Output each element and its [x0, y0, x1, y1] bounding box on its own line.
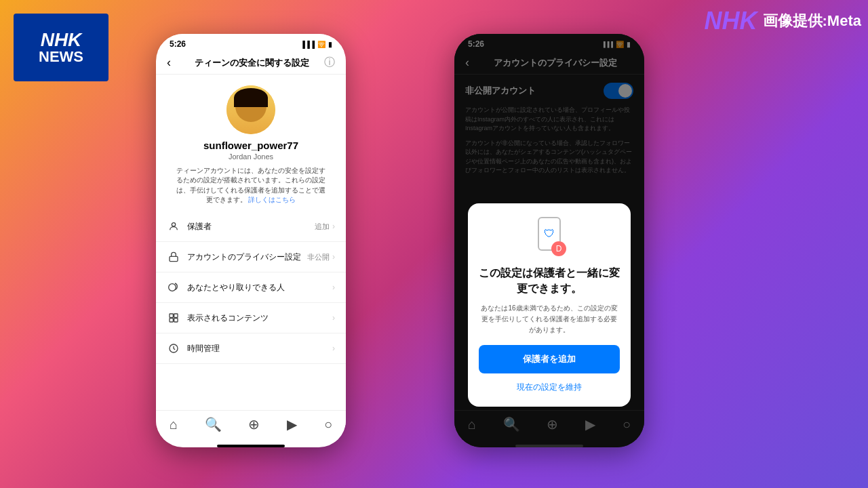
modal-card: 🛡 D この設定は保護者と一緒に変更できます。 あなたは16歳未満であるため、こ… [468, 203, 631, 407]
svg-rect-5 [170, 319, 173, 322]
menu-item-content[interactable]: 表示されるコンテンツ › [156, 303, 346, 333]
wifi-icon: 🛜 [317, 41, 326, 48]
menu-label-content: 表示されるコンテンツ [187, 312, 332, 324]
svg-rect-3 [170, 314, 173, 317]
bottom-nav-left: ⌂ 🔍 ⊕ ▶ ○ [156, 410, 346, 442]
arrow-icon-privacy: › [332, 252, 335, 262]
add-icon[interactable]: ⊕ [248, 416, 260, 432]
nav-bar-left: ‹ ティーンの安全に関する設定 ⓘ [156, 52, 346, 75]
modal-title: この設定は保護者と一緒に変更できます。 [479, 266, 620, 296]
modal-icon: 🛡 D [529, 217, 570, 258]
menu-label-time: 時間管理 [187, 343, 332, 354]
nhk-top-right: NHK 画像提供:Meta [705, 7, 861, 35]
profile-icon[interactable]: ○ [324, 417, 332, 432]
nhk-tr-logo: NHK [705, 7, 757, 35]
svg-point-2 [169, 284, 176, 291]
modal-desc: あなたは16歳未満であるため、この設定の変更を手伝りしてくれる保護者を追加する必… [479, 303, 620, 336]
menu-item-privacy[interactable]: アカウントのプライバシー設定 非公開 › [156, 242, 346, 272]
battery-icon: ▮ [328, 41, 332, 48]
realname: Jordan Jones [229, 152, 273, 161]
signal-icon: ▐▐▐ [300, 41, 315, 48]
time-icon [167, 342, 180, 355]
add-guardian-button[interactable]: 保護者を追加 [479, 345, 620, 373]
profile-section: sunflower_power77 Jordan Jones ティーンアカウント… [156, 75, 346, 211]
menu-label-guardian: 保護者 [187, 221, 315, 232]
status-icons-left: ▐▐▐ 🛜 ▮ [300, 41, 332, 48]
menu-badge-privacy: 非公開 [307, 252, 330, 262]
username: sunflower_power77 [203, 140, 298, 151]
nhk-logo-text: NHK [41, 30, 82, 49]
nhk-news-text: NEWS [39, 49, 83, 64]
info-icon-left[interactable]: ⓘ [324, 56, 335, 70]
back-button-left[interactable]: ‹ [167, 56, 171, 70]
arrow-icon-content: › [332, 313, 335, 323]
menu-label-interactions: あなたとやり取りできる人 [187, 282, 332, 293]
status-time-left: 5:26 [170, 39, 186, 49]
svg-rect-4 [174, 314, 178, 317]
guardian-icon [167, 220, 180, 233]
content-icon [167, 311, 180, 325]
svg-rect-6 [174, 319, 178, 322]
reels-icon[interactable]: ▶ [287, 416, 297, 432]
right-phone: 5:26 ▐▐▐ 🛜 ▮ ‹ アカウントのプライバシー設定 非公開アカウント ア… [454, 34, 644, 447]
svg-point-0 [172, 223, 175, 226]
profile-link[interactable]: 詳しくはこちら [248, 196, 296, 203]
home-icon[interactable]: ⌂ [170, 417, 178, 432]
menu-item-time[interactable]: 時間管理 › [156, 333, 346, 364]
menu-badge-guardian: 追加 [315, 222, 330, 232]
interactions-icon [167, 281, 180, 294]
menu-item-interactions[interactable]: あなたとやり取りできる人 › [156, 272, 346, 303]
home-indicator-left [217, 445, 285, 447]
modal-overlay: 🛡 D この設定は保護者と一緒に変更できます。 あなたは16歳未満であるため、こ… [454, 34, 644, 447]
search-icon[interactable]: 🔍 [205, 416, 222, 432]
left-phone: 5:26 ▐▐▐ 🛜 ▮ ‹ ティーンの安全に関する設定 ⓘ [156, 34, 346, 447]
profile-description: ティーンアカウントには、あなたの安全を設定するための設定が搭載されています。これ… [170, 166, 332, 205]
menu-label-privacy: アカウントのプライバシー設定 [187, 251, 307, 263]
nav-title-left: ティーンの安全に関する設定 [179, 57, 324, 69]
arrow-icon-interactions: › [332, 283, 335, 292]
nhk-logo: NHK NEWS [14, 14, 108, 81]
status-bar-left: 5:26 ▐▐▐ 🛜 ▮ [156, 34, 346, 52]
menu-list: 保護者 追加 › アカウントのプライバシー設定 非公開 › あなたとやり取りでき… [156, 211, 346, 410]
avatar [226, 85, 275, 134]
arrow-icon-guardian: › [332, 222, 335, 231]
privacy-icon [167, 250, 180, 264]
svg-rect-1 [170, 256, 178, 261]
arrow-icon-time: › [332, 344, 335, 353]
menu-item-guardian[interactable]: 保護者 追加 › [156, 211, 346, 242]
nhk-tr-meta: 画像提供:Meta [763, 11, 861, 31]
keep-settings-button[interactable]: 現在の設定を維持 [517, 379, 582, 396]
